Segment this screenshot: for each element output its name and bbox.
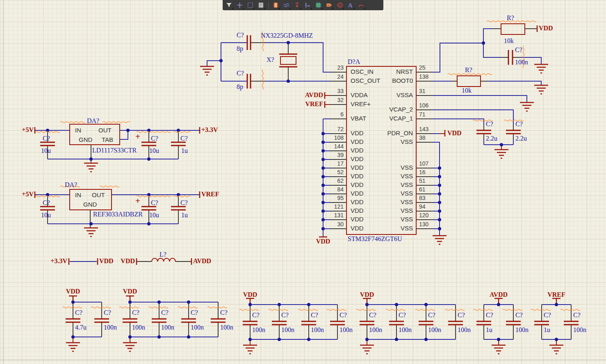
ldo-part[interactable]: LD1117S33CTR [92,147,137,154]
cap-designator[interactable]: C? [220,309,228,316]
cap-value[interactable]: 100n [220,324,233,331]
ref-designator[interactable]: DA? [65,182,77,189]
cap-designator[interactable]: C? [369,312,376,319]
cap-designator[interactable]: C? [151,135,158,142]
resistor-designator[interactable]: R? [507,15,514,22]
cap-designator[interactable]: C? [180,135,188,142]
cap-value[interactable]: 100n [281,327,294,334]
power-port-label[interactable]: VDD [539,25,553,32]
cap-designator[interactable]: C? [515,121,523,128]
power-port-label[interactable]: VDD [118,288,142,295]
wire[interactable] [130,302,218,337]
resistor-body[interactable] [501,24,525,34]
select-rect-icon[interactable] [247,2,254,9]
gnd-symbol[interactable] [520,102,534,111]
place-arc-icon[interactable] [358,2,365,9]
power-port-label[interactable]: +3.3V [201,127,218,134]
wire[interactable] [250,305,337,339]
gnd-symbol[interactable] [549,345,563,354]
netlist-icon[interactable] [257,2,264,9]
cap-designator[interactable]: C? [191,309,198,316]
power-port-label[interactable]: VREF [544,291,569,298]
wire[interactable] [433,142,440,236]
gnd-symbol[interactable] [494,150,508,158]
cap-designator[interactable]: C? [43,135,50,142]
cap-designator[interactable]: C? [515,312,523,319]
cap-designator[interactable]: C? [486,121,493,128]
cap-value[interactable]: 2.2u [486,135,497,142]
cap-value[interactable]: 1u [486,327,492,334]
wire[interactable] [367,305,456,339]
inductor-designator[interactable]: L? [159,251,166,258]
cap-value[interactable]: 100n [252,327,265,334]
gnd-symbol[interactable] [84,228,98,237]
cap-value[interactable]: 10u [41,212,51,219]
inductor-coil[interactable] [152,258,175,262]
mcu-designator[interactable]: D?A [348,59,360,66]
gnd-symbol[interactable] [243,345,257,354]
cap-value[interactable]: 2.2u [515,135,527,142]
power-port-label[interactable]: AVDD [193,258,211,265]
cap-designator[interactable]: C? [151,200,158,207]
gnd-symbol[interactable] [200,66,214,75]
cap-value[interactable]: 100n [311,327,324,334]
wire[interactable] [433,110,513,145]
place-sheet-entry-icon[interactable]: D1 [326,2,333,9]
cap-value[interactable]: 100n [104,324,117,331]
power-port-label[interactable]: AVDD [486,291,511,298]
cap-designator[interactable]: C? [180,200,188,207]
cap-designator[interactable]: C? [252,312,260,319]
power-port-label[interactable]: +5V [12,191,34,198]
gnd-symbol[interactable] [534,85,548,94]
place-wire-icon[interactable] [283,2,290,9]
power-port-label[interactable]: VDD [238,291,262,298]
cap-designator[interactable]: C? [132,309,139,316]
cap-value[interactable]: 100n [573,327,586,334]
cap-designator[interactable]: C? [428,312,435,319]
place-text-icon[interactable]: A [347,2,354,9]
cap-value[interactable]: 4.7u [75,324,87,331]
crystal-body[interactable] [280,57,296,64]
gnd-symbol[interactable] [534,64,548,73]
cap-value[interactable]: 100n [161,324,174,331]
cap-designator[interactable]: C? [458,312,465,319]
crystal-part[interactable]: NX3225GD-8MHZ [261,32,313,39]
cap-value[interactable]: 1u [181,148,188,155]
cap-value[interactable]: 10u [149,148,159,155]
power-port-label[interactable]: +5V [12,127,34,134]
place-no-erc-icon[interactable] [336,2,343,9]
power-port-label[interactable]: VDD [114,258,135,265]
cap-designator[interactable]: C? [544,312,551,319]
resistor-designator[interactable]: R? [465,67,472,74]
cap-designator[interactable]: C? [339,312,347,319]
crosshair-icon[interactable] [236,2,243,9]
mcu-part[interactable]: STM32F746ZGT6U [348,236,402,243]
cap-designator[interactable]: C? [237,32,244,39]
resistor-body[interactable] [457,76,481,86]
cap-value[interactable]: 8p [237,84,243,91]
cap-designator[interactable]: C? [573,312,581,319]
crystal-plates[interactable] [279,54,297,67]
ref-part[interactable]: REF3033AIDBZR [93,211,143,218]
place-pcb-component-icon[interactable] [315,2,322,9]
cap-value[interactable]: 100n [399,327,412,334]
cap-designator[interactable]: C? [281,312,289,319]
ldo-designator[interactable]: DA? [87,118,99,125]
cap-designator[interactable]: C? [161,309,169,316]
power-port-label[interactable]: +3.3V [43,258,67,265]
gnd-symbol[interactable] [360,345,374,354]
power-port-label[interactable]: VDD [61,288,85,295]
cap-value[interactable]: 100n [458,327,471,334]
wire[interactable] [433,81,541,85]
cap-value[interactable]: 100n [515,327,529,334]
gnd-symbol[interactable] [84,163,98,172]
cap-value[interactable]: 100n [515,59,528,66]
gnd-symbol[interactable] [433,236,447,244]
crystal-designator[interactable]: X? [267,57,274,64]
cap-value[interactable]: 1u [181,212,188,219]
cap-value[interactable]: 100n [339,327,353,334]
cap-value[interactable]: 10u [149,212,159,219]
gnd-symbol[interactable] [66,343,80,351]
gnd-symbol[interactable] [492,345,506,354]
cap-designator[interactable]: C? [399,312,406,319]
